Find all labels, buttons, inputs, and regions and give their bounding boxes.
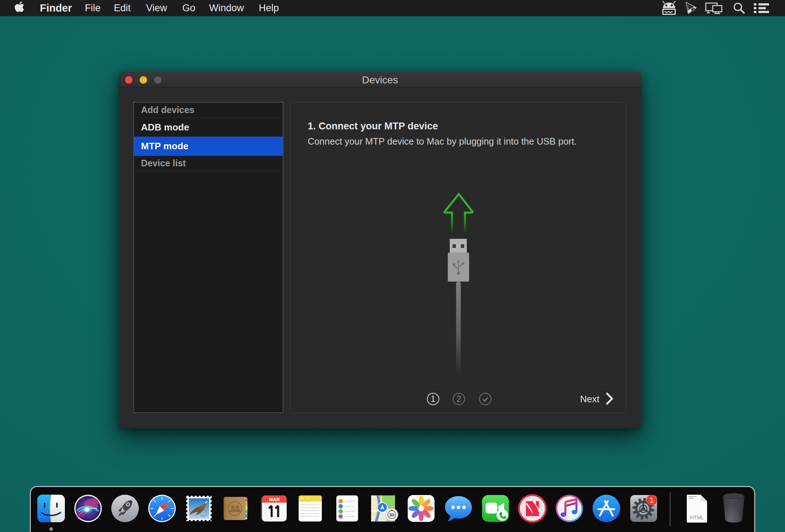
svg-text:3D: 3D	[389, 513, 394, 517]
svg-text:HTML: HTML	[690, 515, 704, 520]
svg-text:1: 1	[649, 496, 653, 504]
svg-text:MAR: MAR	[269, 497, 280, 502]
